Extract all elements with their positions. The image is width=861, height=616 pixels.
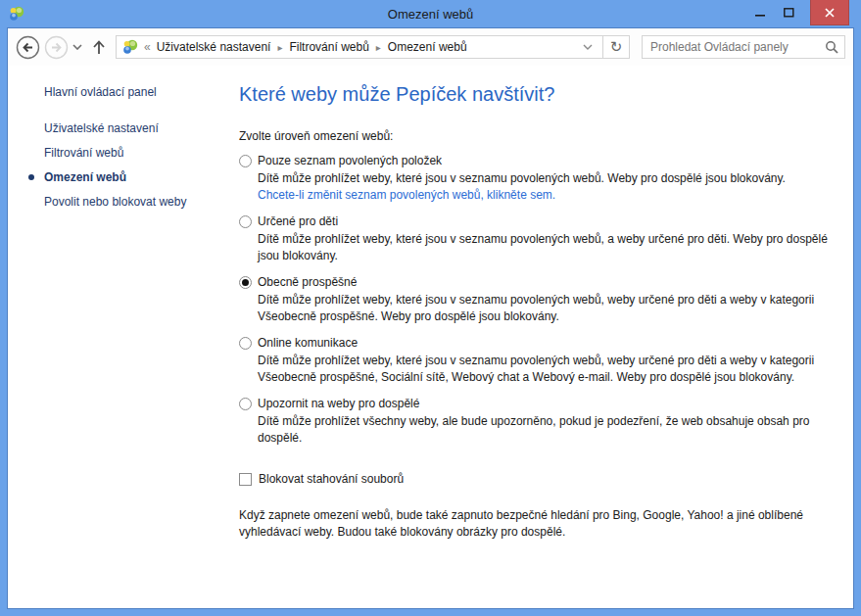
radio-button[interactable]: [239, 155, 252, 167]
radio-button[interactable]: [239, 398, 252, 410]
breadcrumb-trail: « Uživatelské nastavení ▸ Filtrování web…: [142, 40, 471, 54]
parental-controls-window: Omezení webů: [0, 0, 861, 616]
sidebar-item-label: Hlavní ovládací panel: [44, 85, 157, 99]
page-title: Které weby může Pepíček navštívit?: [239, 83, 853, 106]
address-history-button[interactable]: [577, 44, 598, 50]
back-button[interactable]: [16, 35, 40, 60]
up-arrow-icon: [92, 39, 106, 55]
page-body: Hlavní ovládací panel Uživatelské nastav…: [8, 66, 853, 608]
search-input[interactable]: [648, 39, 821, 55]
option-description: Dítě může prohlížet weby, které jsou v s…: [258, 231, 831, 264]
chevron-down-icon: [72, 44, 82, 50]
option-label: Upozornit na weby pro dospělé: [258, 397, 419, 410]
navigation-toolbar: « Uživatelské nastavení ▸ Filtrování web…: [8, 28, 853, 66]
back-arrow-icon: [16, 35, 40, 60]
family-safety-icon: [122, 39, 138, 55]
option-description: Dítě může prohlížet weby, které jsou v s…: [258, 353, 831, 386]
option-label: Obecně prospěšné: [258, 275, 357, 289]
breadcrumb-separator-icon[interactable]: ▸: [274, 42, 285, 53]
close-icon: [825, 8, 835, 18]
option-designed-for-children: Určené pro děti Dítě může prohlížet weby…: [239, 214, 853, 264]
maximize-button[interactable]: [775, 0, 803, 25]
option-warn-on-adult: Upozornit na weby pro dospělé Dítě může …: [239, 397, 853, 447]
option-description: Dítě může prohlížet weby, které jsou v s…: [258, 292, 831, 325]
radio-button[interactable]: [239, 276, 252, 289]
radio-button[interactable]: [239, 337, 252, 350]
sidebar-item-web-restrictions[interactable]: Omezení webů: [8, 170, 231, 184]
recent-pages-button[interactable]: [72, 44, 82, 50]
option-description: Dítě může prohlížet weby, které jsou v s…: [258, 170, 831, 187]
sidebar-item-label: Filtrování webů: [44, 146, 123, 160]
window-title: Omezení webů: [0, 7, 861, 22]
main-panel: Které weby může Pepíček navštívit? Zvolt…: [231, 66, 853, 608]
sidebar-item-label: Povolit nebo blokovat weby: [44, 195, 186, 209]
option-row[interactable]: Upozornit na weby pro dospělé: [239, 397, 853, 410]
edit-allow-list-link[interactable]: Chcete-li změnit seznam povolených webů,…: [258, 187, 831, 204]
option-row[interactable]: Pouze seznam povolených položek: [239, 154, 853, 167]
sidebar: Hlavní ovládací panel Uživatelské nastav…: [8, 66, 231, 608]
option-row[interactable]: Online komunikace: [239, 336, 853, 350]
instruction-text: Zvolte úroveň omezení webů:: [239, 129, 853, 143]
sidebar-item-main-control-panel[interactable]: Hlavní ovládací panel: [8, 85, 231, 99]
block-downloads-row[interactable]: Blokovat stahování souborů: [239, 472, 853, 486]
active-item-bullet-icon: [28, 174, 34, 180]
forward-arrow-icon: [44, 35, 69, 60]
radio-button[interactable]: [239, 215, 252, 228]
option-label: Pouze seznam povolených položek: [258, 154, 442, 167]
family-safety-icon: [9, 6, 24, 22]
option-label: Online komunikace: [258, 336, 358, 350]
address-bar: « Uživatelské nastavení ▸ Filtrování web…: [116, 35, 630, 59]
sidebar-item-allow-block-websites[interactable]: Povolit nebo blokovat weby: [8, 195, 231, 209]
breadcrumb-overflow-icon[interactable]: «: [142, 40, 153, 54]
breadcrumb-item[interactable]: Uživatelské nastavení: [153, 40, 275, 54]
minimize-button[interactable]: [746, 0, 775, 25]
refresh-button[interactable]: ↻: [603, 35, 630, 59]
close-button[interactable]: [810, 0, 849, 25]
sidebar-item-web-filtering[interactable]: Filtrování webů: [8, 146, 231, 160]
restriction-level-options: Pouze seznam povolených položek Dítě můž…: [239, 154, 853, 447]
maximize-icon: [784, 8, 794, 18]
minimize-icon: [755, 8, 766, 18]
sidebar-item-label: Omezení webů: [44, 170, 126, 184]
breadcrumb[interactable]: « Uživatelské nastavení ▸ Filtrování web…: [116, 35, 603, 59]
chevron-down-icon: [583, 44, 593, 50]
option-label: Určené pro děti: [258, 214, 338, 228]
safe-search-note: Když zapnete omezení webů, bude také zap…: [239, 507, 853, 541]
option-row[interactable]: Obecně prospěšné: [239, 275, 853, 289]
sidebar-item-user-settings[interactable]: Uživatelské nastavení: [8, 121, 231, 135]
window-controls: [746, 0, 849, 25]
checkbox-label: Blokovat stahování souborů: [259, 472, 404, 486]
breadcrumb-separator-icon[interactable]: ▸: [373, 42, 384, 53]
up-button[interactable]: [92, 39, 106, 55]
option-allow-list-only: Pouze seznam povolených položek Dítě můž…: [239, 154, 853, 204]
option-description: Dítě může prohlížet všechny weby, ale bu…: [258, 413, 831, 447]
block-downloads-checkbox[interactable]: [239, 473, 252, 486]
title-bar: Omezení webů: [0, 0, 861, 27]
window-content: « Uživatelské nastavení ▸ Filtrování web…: [7, 27, 854, 609]
breadcrumb-item[interactable]: Filtrování webů: [285, 40, 372, 54]
option-row[interactable]: Určené pro děti: [239, 214, 853, 228]
search-box: [642, 35, 845, 59]
option-online-communication: Online komunikace Dítě může prohlížet we…: [239, 336, 853, 386]
sidebar-item-label: Uživatelské nastavení: [44, 121, 159, 135]
forward-button[interactable]: [44, 35, 69, 60]
option-general-interest: Obecně prospěšné Dítě může prohlížet web…: [239, 275, 853, 325]
search-icon[interactable]: [825, 40, 838, 54]
breadcrumb-item[interactable]: Omezení webů: [384, 40, 471, 54]
